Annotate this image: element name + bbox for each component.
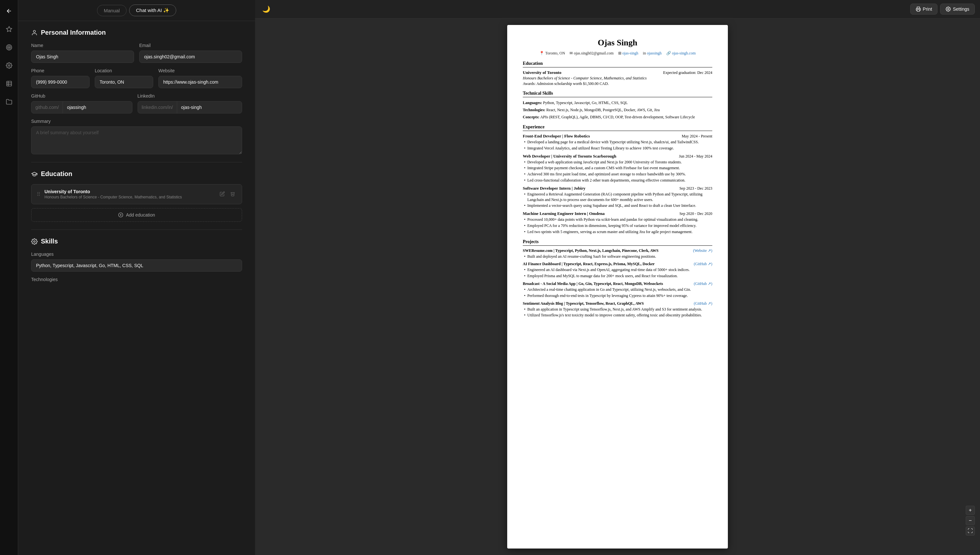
education-header: Education bbox=[31, 170, 242, 178]
tab-manual[interactable]: Manual bbox=[97, 5, 127, 16]
skills-title: Skills bbox=[41, 237, 58, 245]
resume-jobs: Front-End Developer | Flow RoboticsMay 2… bbox=[523, 133, 712, 235]
sidebar-item-table[interactable] bbox=[3, 78, 15, 90]
resume-contact: 📍 Toronto, ON ✉ ojas.singh02@gmail.com ⊞… bbox=[523, 51, 712, 56]
summary-group: Summary bbox=[31, 119, 242, 154]
email-label: Email bbox=[139, 43, 242, 48]
settings-label: Settings bbox=[953, 6, 969, 12]
phone-group: Phone bbox=[31, 68, 90, 88]
name-input[interactable] bbox=[31, 51, 134, 63]
resume-edu-awards: Awards: Admission scholarship worth $1,5… bbox=[523, 81, 712, 86]
personal-info-header: Personal Information bbox=[31, 29, 242, 36]
education-item-0: ⠿ University of Toronto Honours Bachelor… bbox=[31, 184, 242, 204]
github-label: GitHub bbox=[31, 93, 132, 99]
sidebar-item-back[interactable] bbox=[3, 5, 15, 17]
personal-info-title: Personal Information bbox=[41, 29, 106, 36]
resume-edu-row: University of Toronto Expected graduatio… bbox=[523, 70, 712, 75]
dark-mode-button[interactable]: 🌙 bbox=[260, 3, 272, 15]
location-input[interactable] bbox=[95, 76, 153, 88]
phone-input[interactable] bbox=[31, 76, 90, 88]
resume-email: ✉ ojas.singh02@gmail.com bbox=[570, 51, 613, 56]
sidebar-item-folder[interactable] bbox=[3, 96, 15, 107]
tab-chat-ai[interactable]: Chat with AI ✨ bbox=[129, 5, 176, 16]
linkedin-prefix: linkedin.com/in/ bbox=[138, 101, 177, 113]
resume-skills-concepts: Concepts: APIs (REST, GraphQL), Agile, D… bbox=[523, 114, 712, 120]
phone-label: Phone bbox=[31, 68, 90, 73]
github-input[interactable] bbox=[63, 101, 132, 113]
resume-edu-school: University of Toronto bbox=[523, 70, 562, 75]
resume-job-item: Machine Learning Engineer Intern | Omden… bbox=[523, 211, 712, 234]
resume-paper: Ojas Singh 📍 Toronto, ON ✉ ojas.singh02@… bbox=[507, 25, 728, 549]
name-group: Name bbox=[31, 43, 134, 63]
add-education-button[interactable]: Add education bbox=[31, 208, 242, 222]
sidebar bbox=[0, 0, 18, 555]
resume-linkedin: in ojassingh bbox=[643, 51, 662, 56]
person-icon bbox=[31, 29, 38, 36]
drag-handle[interactable]: ⠿ bbox=[37, 191, 40, 197]
resume-projects: SWEResume.com | Typescript, Python, Next… bbox=[523, 248, 712, 318]
website-input[interactable] bbox=[158, 76, 242, 88]
resume-job-item: Software Developer Intern | JobirySep 20… bbox=[523, 186, 712, 209]
svg-point-15 bbox=[948, 8, 949, 10]
zoom-controls: + − ⛶ bbox=[966, 506, 975, 536]
name-email-row: Name Email bbox=[31, 43, 242, 63]
linkedin-input-wrapper: linkedin.com/in/ bbox=[138, 101, 242, 114]
editor-header: Manual Chat with AI ✨ bbox=[18, 0, 255, 21]
education-school: University of Toronto bbox=[45, 189, 214, 194]
edit-education-button[interactable] bbox=[218, 190, 226, 199]
resume-website: 🔗 ojas-singh.com bbox=[666, 51, 696, 56]
technologies-label: Technologies bbox=[31, 277, 242, 282]
github-group: GitHub github.com/ bbox=[31, 93, 132, 114]
resume-github: ⊞ ojas-singh bbox=[618, 51, 638, 56]
summary-textarea[interactable] bbox=[31, 127, 242, 154]
languages-label: Languages bbox=[31, 252, 242, 257]
website-label: Website bbox=[158, 68, 242, 73]
svg-point-3 bbox=[8, 47, 10, 48]
resume-skills-technologies: Technologies: React, Next.js, Node.js, M… bbox=[523, 107, 712, 113]
sidebar-item-star[interactable] bbox=[3, 23, 15, 35]
sidebar-item-target[interactable] bbox=[3, 42, 15, 53]
zoom-in-button[interactable]: + bbox=[966, 506, 975, 515]
resume-project-item: AI Finance Dashboard | Typescript, React… bbox=[523, 261, 712, 279]
print-button[interactable]: Print bbox=[910, 3, 938, 14]
resume-skills-languages: Languages: Python, Typescript, Javascrip… bbox=[523, 100, 712, 106]
linkedin-input[interactable] bbox=[177, 101, 242, 113]
github-input-wrapper: github.com/ bbox=[31, 101, 132, 114]
add-education-label: Add education bbox=[126, 212, 155, 218]
svg-point-13 bbox=[34, 241, 35, 242]
zoom-out-button[interactable]: − bbox=[966, 516, 975, 525]
email-group: Email bbox=[139, 43, 242, 63]
svg-point-9 bbox=[34, 30, 36, 32]
settings-icon bbox=[946, 6, 951, 12]
resume-experience-title: Experience bbox=[523, 125, 712, 131]
education-item-info: University of Toronto Honours Bachelors … bbox=[45, 189, 214, 199]
resume-edu-date: Expected graduation: Dec 2024 bbox=[663, 71, 712, 75]
print-label: Print bbox=[923, 6, 932, 12]
delete-education-button[interactable] bbox=[229, 190, 237, 199]
resume-skills-title: Technical Skills bbox=[523, 91, 712, 97]
email-input[interactable] bbox=[139, 51, 242, 63]
linkedin-label: LinkedIn bbox=[138, 93, 242, 99]
svg-marker-0 bbox=[6, 27, 12, 32]
languages-input[interactable] bbox=[31, 259, 242, 272]
location-group: Location bbox=[95, 68, 153, 88]
svg-point-4 bbox=[8, 65, 10, 66]
sidebar-item-gear[interactable] bbox=[3, 59, 15, 71]
zoom-fit-button[interactable]: ⛶ bbox=[966, 526, 975, 536]
resume-name: Ojas Singh bbox=[523, 38, 712, 48]
divider-1 bbox=[31, 162, 242, 162]
education-item-actions bbox=[218, 190, 237, 199]
settings-button[interactable]: Settings bbox=[940, 3, 975, 14]
editor-panel: Manual Chat with AI ✨ Personal Informati… bbox=[18, 0, 255, 555]
languages-group: Languages bbox=[31, 252, 242, 272]
technologies-group: Technologies bbox=[31, 277, 242, 282]
resume-projects-title: Projects bbox=[523, 239, 712, 246]
location-label: Location bbox=[95, 68, 153, 73]
toolbar-buttons: Print Settings bbox=[910, 3, 975, 14]
github-prefix: github.com/ bbox=[32, 101, 63, 113]
phone-location-website-row: Phone Location Website bbox=[31, 68, 242, 88]
education-title: Education bbox=[41, 170, 72, 178]
resume-job-item: Front-End Developer | Flow RoboticsMay 2… bbox=[523, 133, 712, 151]
resume-project-item: Sentiment Analysis Blog | Typescript, Te… bbox=[523, 301, 712, 318]
resume-project-item: SWEResume.com | Typescript, Python, Next… bbox=[523, 248, 712, 259]
